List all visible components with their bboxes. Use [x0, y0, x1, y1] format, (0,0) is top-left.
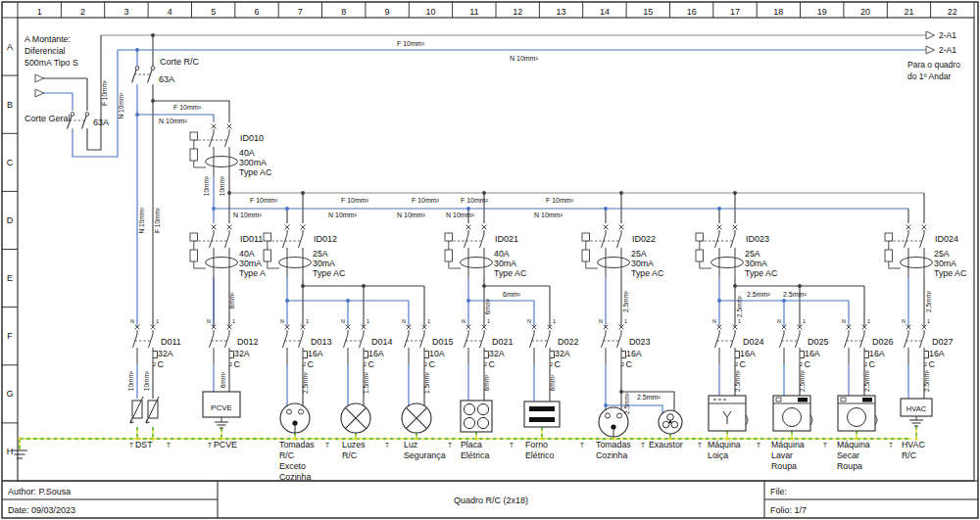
- ruler-column-label: 13: [557, 7, 566, 17]
- breaker-curve: C: [308, 359, 315, 369]
- junction-dot: [227, 191, 231, 195]
- circuit-name: Roupa: [837, 461, 862, 471]
- breaker-pole-2: 2: [800, 361, 803, 367]
- breaker-pole-2: 2: [303, 361, 306, 367]
- junction-dot: [151, 99, 155, 103]
- wire-size-label: 2.5mm²: [923, 369, 930, 392]
- ruler-row-label: A: [7, 42, 13, 52]
- earth-t-mark: T: [641, 442, 645, 449]
- breaker-pole-n: N: [462, 318, 466, 324]
- rcd-id: ID024: [935, 234, 958, 244]
- circuit-name: Secar: [837, 450, 859, 460]
- breaker-pole-1: 1: [156, 318, 159, 324]
- ruler-column-label: 17: [730, 7, 740, 17]
- rcd-sensitivity: 30mA: [745, 259, 767, 268]
- wire-size-label: 10mm²: [219, 175, 225, 196]
- breaker-pole-2: 2: [864, 361, 867, 367]
- wire-size-label: N 10mm²: [233, 212, 262, 218]
- earth-t-mark: T: [167, 442, 171, 449]
- breaker-rating: 16A: [740, 349, 756, 358]
- wire-size-label: 2.5mm²: [863, 369, 870, 392]
- wire-size-label: F 10mm²: [412, 197, 440, 204]
- breaker-id: D012: [237, 337, 259, 347]
- breaker-pole-2: 2: [229, 361, 232, 367]
- ruler-column-label: 10: [425, 7, 435, 17]
- breaker-pole-1: 1: [427, 318, 430, 324]
- junction-dot-neutral: [346, 299, 350, 303]
- breaker-id: D014: [371, 337, 393, 347]
- breaker-id: D026: [872, 337, 894, 347]
- circuit-name: Luz: [404, 440, 417, 449]
- junction-dot-neutral: [466, 207, 470, 211]
- load-luz-seguranca: [402, 403, 431, 433]
- circuit-name: Cozinha: [279, 472, 311, 482]
- circuit-name: Máquina: [708, 440, 741, 449]
- breaker-pole-2: 2: [484, 361, 487, 367]
- breaker-rating: 16A: [869, 349, 885, 358]
- wire-size-label: F 10mm²: [250, 197, 278, 204]
- breaker-id: D011: [161, 337, 181, 347]
- breaker-curve: C: [740, 359, 747, 369]
- breaker-curve: C: [869, 359, 876, 369]
- load-forno: [524, 402, 560, 427]
- breaker-rating: 32A: [555, 349, 570, 358]
- rcd-rating: 40A: [239, 249, 255, 259]
- junction-dot-neutral: [717, 299, 721, 303]
- breaker-id: D027: [932, 337, 954, 347]
- breaker-rating: 16A: [929, 349, 945, 358]
- breaker-rating: 16A: [308, 349, 323, 358]
- wire-size-label: N 10mm²: [534, 212, 563, 218]
- wire-size-label: 6mm²: [220, 371, 226, 388]
- breaker-curve: C: [805, 359, 811, 369]
- breaker-pole-2: 2: [364, 361, 367, 367]
- circuit-name: Loiça: [708, 450, 728, 460]
- breaker-id: D023: [629, 337, 651, 347]
- circuit-name: Placa: [461, 440, 482, 449]
- ruler-column-label: 1: [37, 7, 42, 17]
- earth-t-mark: T: [698, 442, 702, 449]
- wire-size-label: N 10mm²: [159, 118, 187, 124]
- breaker-pole-1: 1: [867, 318, 870, 324]
- ruler-column-label: 7: [298, 7, 303, 17]
- breaker-pole-n: N: [207, 318, 211, 324]
- breaker-pole-1: 1: [553, 318, 556, 324]
- ruler-column-label: 16: [687, 7, 697, 17]
- circuit-name: Cozinha: [596, 450, 627, 460]
- breaker-pole-2: 2: [424, 361, 427, 367]
- breaker-id: D024: [743, 337, 764, 347]
- upstream-note: 500mA Tipo S: [24, 58, 78, 68]
- main-switch-label: Corte Geral: [24, 114, 71, 123]
- breaker-curve: C: [158, 359, 165, 369]
- rcd-sensitivity: 300mA: [239, 158, 267, 167]
- wire-size-label: 10mm²: [203, 175, 210, 196]
- earth-t-mark: T: [510, 442, 514, 449]
- load-maquina-lavar: [773, 396, 812, 431]
- breaker-pole-n: N: [527, 318, 531, 324]
- ruler-column-label: 6: [254, 7, 259, 17]
- titleblock-date: Date: 09/03/2023: [8, 505, 75, 515]
- junction-dot-neutral: [212, 207, 216, 211]
- rcd-type: Type AC: [494, 268, 527, 278]
- breaker-pole-2: 2: [621, 361, 624, 367]
- wire-size-label: F 10mm²: [397, 40, 425, 47]
- junction-dot: [151, 33, 155, 37]
- rcd-id: ID022: [632, 234, 656, 244]
- circuit-name: DST: [135, 440, 153, 449]
- earth-t-mark: T: [448, 442, 452, 449]
- breaker-pole-1: 1: [487, 318, 490, 324]
- rc-switch-label: Corte R/C: [160, 57, 200, 67]
- earth-t-mark: T: [325, 442, 329, 449]
- ruler-column-label: 18: [773, 7, 783, 17]
- breaker-pole-n: N: [842, 318, 846, 324]
- junction-dot: [482, 284, 486, 288]
- circuit-name: Tomadas: [279, 440, 315, 449]
- ruler-column-label: 12: [513, 7, 522, 17]
- rcd-sensitivity: 30mA: [631, 259, 654, 268]
- breaker-pole-1: 1: [927, 318, 930, 324]
- rcd-type: Type AC: [934, 268, 967, 278]
- junction-dot: [798, 284, 802, 288]
- circuit-name: Máquina: [837, 440, 870, 449]
- ruler-column-label: 8: [341, 7, 346, 17]
- wire-size-label: 2.5mm²: [622, 290, 629, 312]
- wire-size-label: 10mm²: [143, 370, 150, 391]
